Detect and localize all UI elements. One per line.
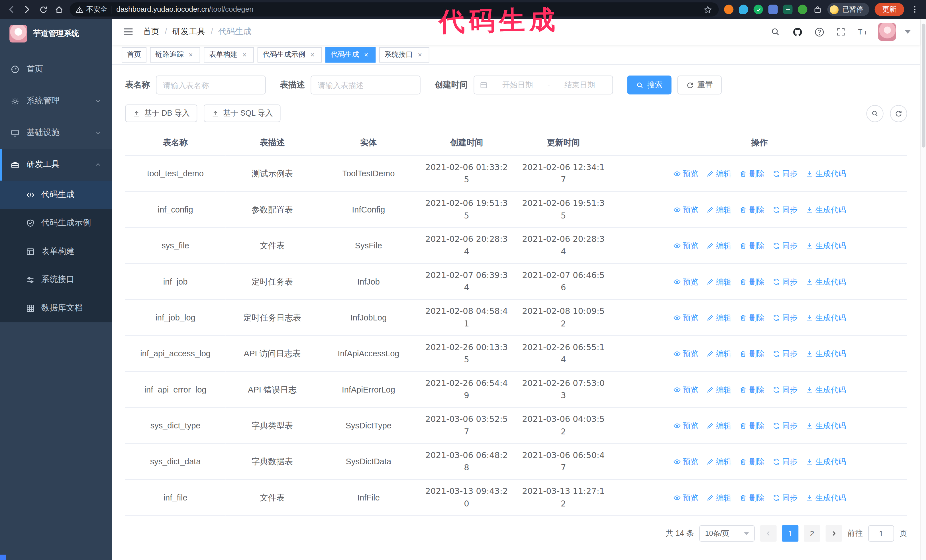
sync-link[interactable]: 同步 [772,167,797,180]
back-icon[interactable] [6,4,17,15]
toggle-search-button[interactable] [867,105,884,122]
create-time-range-picker[interactable]: 开始日期 - 结束日期 [474,75,613,94]
edit-link[interactable]: 编辑 [706,275,731,288]
scrollbar[interactable] [920,19,926,560]
extension-icon-dark-green[interactable] [783,5,792,14]
tag-close-icon[interactable] [241,50,249,59]
app-logo[interactable]: 芋道管理系统 [0,19,112,48]
home-icon[interactable] [54,4,64,15]
sync-link[interactable]: 同步 [772,203,797,216]
sidebar-item-home[interactable]: 首页 [0,53,112,85]
reset-button[interactable]: 重置 [677,75,722,94]
tag-close-icon[interactable] [308,50,316,59]
delete-link[interactable]: 删除 [739,203,764,216]
user-menu-caret-icon[interactable] [905,30,911,33]
preview-link[interactable]: 预览 [673,239,698,252]
forward-icon[interactable] [22,4,32,15]
page-1-button[interactable]: 1 [782,525,798,542]
goto-page-input[interactable] [868,525,894,542]
sync-link[interactable]: 同步 [772,311,797,324]
tag-close-icon[interactable] [416,50,424,59]
profile-chip[interactable]: 已暂停 [828,3,869,16]
tag[interactable]: 代码生成示例 [257,47,322,62]
page-2-button[interactable]: 2 [804,525,820,542]
user-avatar[interactable] [878,23,896,41]
address-bar[interactable]: 不安全 dashboard.yudao.iocoder.cn/tool/code… [70,2,719,17]
edit-link[interactable]: 编辑 [706,311,731,324]
security-badge[interactable]: 不安全 [76,5,107,15]
generate-code-link[interactable]: 生成代码 [805,491,846,504]
edit-link[interactable]: 编辑 [706,347,731,360]
sync-link[interactable]: 同步 [772,347,797,360]
bookmark-star-icon[interactable] [702,4,713,15]
delete-link[interactable]: 删除 [739,347,764,360]
sync-link[interactable]: 同步 [772,491,797,504]
sync-link[interactable]: 同步 [772,239,797,252]
generate-code-link[interactable]: 生成代码 [805,347,846,360]
table-name-input[interactable] [156,75,266,94]
github-icon[interactable] [791,25,804,38]
sidebar-item-codegen-example[interactable]: 代码生成示例 [0,209,112,237]
edit-link[interactable]: 编辑 [706,167,731,180]
sync-link[interactable]: 同步 [772,383,797,396]
table-desc-input[interactable] [310,75,421,94]
delete-link[interactable]: 删除 [739,311,764,324]
chrome-update-button[interactable]: 更新 [875,3,904,16]
extension-icon-blue-drop[interactable] [739,5,748,14]
delete-link[interactable]: 删除 [739,239,764,252]
edit-link[interactable]: 编辑 [706,239,731,252]
prev-page-button[interactable] [760,525,777,542]
extension-icon-leaf[interactable] [798,5,807,14]
tag-close-icon[interactable] [187,50,195,59]
generate-code-link[interactable]: 生成代码 [805,203,846,216]
delete-link[interactable]: 删除 [739,419,764,432]
generate-code-link[interactable]: 生成代码 [805,239,846,252]
next-page-button[interactable] [826,525,842,542]
preview-link[interactable]: 预览 [673,167,698,180]
sidebar-item-system-api[interactable]: 系统接口 [0,266,112,294]
sidebar-item-form-builder[interactable]: 表单构建 [0,237,112,266]
page-size-select[interactable]: 10条/页 [699,525,755,542]
edit-link[interactable]: 编辑 [706,419,731,432]
preview-link[interactable]: 预览 [673,419,698,432]
sidebar-item-infra[interactable]: 基础设施 [0,117,112,149]
sidebar-item-codegen[interactable]: 代码生成 [0,181,112,209]
refresh-table-button[interactable] [890,105,907,122]
delete-link[interactable]: 删除 [739,491,764,504]
delete-link[interactable]: 删除 [739,383,764,396]
scrollbar-thumb[interactable] [922,24,925,148]
tag[interactable]: 系统接口 [379,47,430,62]
tag[interactable]: 链路追踪 [150,47,200,62]
generate-code-link[interactable]: 生成代码 [805,383,846,396]
extension-icon-orange[interactable] [724,5,733,14]
preview-link[interactable]: 预览 [673,491,698,504]
tag[interactable]: 代码生成 [325,47,375,62]
delete-link[interactable]: 删除 [739,455,764,468]
edit-link[interactable]: 编辑 [706,383,731,396]
sync-link[interactable]: 同步 [772,455,797,468]
import-sql-button[interactable]: 基于 SQL 导入 [204,104,281,122]
sidebar-toggle-icon[interactable] [122,25,135,38]
generate-code-link[interactable]: 生成代码 [805,167,846,180]
preview-link[interactable]: 预览 [673,383,698,396]
sidebar-item-devtools[interactable]: 研发工具 [0,149,112,181]
generate-code-link[interactable]: 生成代码 [805,455,846,468]
preview-link[interactable]: 预览 [673,311,698,324]
menu-kebab-icon[interactable] [909,4,920,15]
search-button[interactable]: 搜索 [627,75,671,94]
generate-code-link[interactable]: 生成代码 [805,311,846,324]
extension-icon-green-check[interactable] [754,5,763,14]
preview-link[interactable]: 预览 [673,203,698,216]
generate-code-link[interactable]: 生成代码 [805,275,846,288]
font-size-icon[interactable]: TT [856,25,869,38]
reload-icon[interactable] [38,4,48,15]
sidebar-item-db-doc[interactable]: 数据库文档 [0,294,112,322]
edit-link[interactable]: 编辑 [706,455,731,468]
sync-link[interactable]: 同步 [772,275,797,288]
breadcrumb-home[interactable]: 首页 [143,27,160,37]
extension-icon-people[interactable] [769,5,778,14]
import-db-button[interactable]: 基于 DB 导入 [125,104,197,122]
sync-link[interactable]: 同步 [772,419,797,432]
tag[interactable]: 首页 [122,47,147,62]
preview-link[interactable]: 预览 [673,347,698,360]
